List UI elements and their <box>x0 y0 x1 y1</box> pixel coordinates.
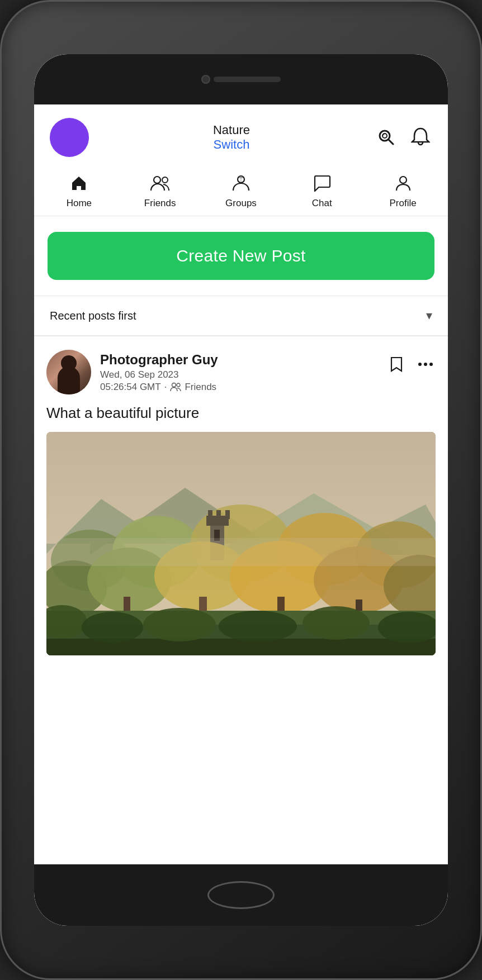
navigation-bar: Home Friends <box>34 166 448 216</box>
avatar-image <box>46 350 91 394</box>
post-image[interactable] <box>46 432 436 655</box>
post-action-buttons <box>388 354 436 374</box>
post-username: Photographer Guy <box>100 352 218 368</box>
svg-point-4 <box>154 177 160 183</box>
nav-item-home[interactable]: Home <box>39 175 120 209</box>
more-icon <box>418 361 433 367</box>
friends-icon <box>150 175 170 194</box>
post-image-svg <box>46 432 436 655</box>
app-header: Nature Switch <box>34 104 448 166</box>
create-post-section: Create New Post <box>34 216 448 296</box>
phone-notch <box>34 54 448 104</box>
post-time-value: 05:26:54 GMT <box>100 382 161 393</box>
svg-point-8 <box>400 177 407 183</box>
bookmark-icon <box>390 356 403 372</box>
svg-point-45 <box>143 608 216 641</box>
svg-point-5 <box>162 177 168 183</box>
nav-label-profile: Profile <box>389 198 416 209</box>
nav-item-friends[interactable]: Friends <box>120 175 201 209</box>
svg-point-44 <box>82 612 143 643</box>
switch-link[interactable]: Switch <box>214 137 250 152</box>
sort-label: Recent posts first <box>50 310 136 322</box>
post-dot-separator: · <box>164 382 167 393</box>
sort-bar[interactable]: Recent posts first ▾ <box>34 296 448 336</box>
nav-item-chat[interactable]: Chat <box>281 175 362 209</box>
svg-point-9 <box>172 383 176 387</box>
camera-dot <box>201 75 210 84</box>
phone-bottom <box>34 864 448 926</box>
svg-rect-49 <box>46 538 436 566</box>
search-icon <box>376 127 396 148</box>
svg-point-10 <box>177 383 180 387</box>
profile-icon <box>395 175 411 194</box>
post-header: Photographer Guy Wed, 06 Sep 2023 05:26:… <box>46 350 436 394</box>
svg-rect-26 <box>208 510 212 519</box>
home-icon <box>70 175 87 194</box>
post-feed: Photographer Guy Wed, 06 Sep 2023 05:26:… <box>34 336 448 864</box>
post-time: 05:26:54 GMT · Friends <box>100 382 218 393</box>
user-avatar[interactable] <box>50 118 89 157</box>
nav-item-groups[interactable]: Groups <box>201 175 282 209</box>
post-audience-label: Friends <box>185 382 216 393</box>
post-caption: What a beautiful picture <box>46 405 436 422</box>
more-options-button[interactable] <box>415 359 436 369</box>
nav-label-home: Home <box>67 198 92 209</box>
svg-rect-27 <box>216 510 221 519</box>
phone-frame: Nature Switch <box>0 0 482 980</box>
speaker-bar <box>214 77 281 82</box>
bookmark-button[interactable] <box>388 354 405 374</box>
svg-rect-28 <box>225 510 230 519</box>
search-button[interactable] <box>374 125 399 150</box>
post-user-avatar[interactable] <box>46 350 91 394</box>
notifications-button[interactable] <box>409 125 432 150</box>
post-user-info: Photographer Guy Wed, 06 Sep 2023 05:26:… <box>46 350 218 394</box>
phone-body: Nature Switch <box>34 54 448 926</box>
svg-point-46 <box>219 611 297 642</box>
svg-line-1 <box>389 140 393 144</box>
header-icons <box>374 125 432 150</box>
nav-item-profile[interactable]: Profile <box>362 175 443 209</box>
svg-point-12 <box>424 363 427 366</box>
sort-chevron-icon: ▾ <box>426 308 432 323</box>
svg-point-47 <box>303 606 370 640</box>
svg-point-3 <box>383 134 385 136</box>
groups-icon <box>231 175 251 194</box>
post-date: Wed, 06 Sep 2023 <box>100 369 218 380</box>
friends-audience-icon <box>170 382 181 392</box>
header-center: Nature Switch <box>89 123 374 152</box>
app-title: Nature <box>213 123 250 137</box>
svg-point-13 <box>429 363 433 366</box>
home-indicator[interactable] <box>207 881 275 909</box>
nav-label-chat: Chat <box>312 198 332 209</box>
nav-label-groups: Groups <box>225 198 257 209</box>
screen-content: Nature Switch <box>34 104 448 864</box>
create-post-button[interactable]: Create New Post <box>48 232 434 280</box>
svg-point-11 <box>418 363 422 366</box>
post-item: Photographer Guy Wed, 06 Sep 2023 05:26:… <box>34 336 448 655</box>
chat-icon <box>313 175 331 194</box>
bell-icon <box>411 127 430 148</box>
nav-label-friends: Friends <box>144 198 176 209</box>
post-metadata: Photographer Guy Wed, 06 Sep 2023 05:26:… <box>100 352 218 393</box>
